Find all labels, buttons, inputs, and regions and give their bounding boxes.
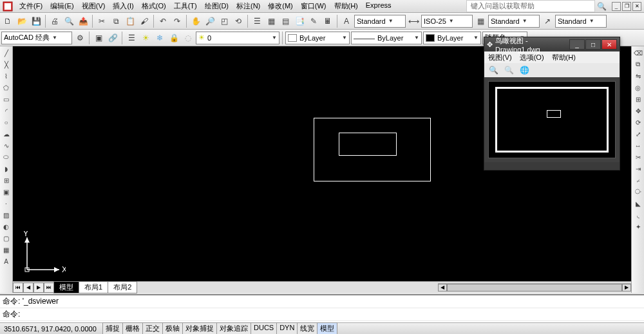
tool-palette-icon[interactable]: ▤ [279,15,292,28]
mode-grid[interactable]: 栅格 [122,322,143,334]
join-icon[interactable]: ⧂ [633,187,643,197]
help-search-input[interactable]: 键入问题以获取帮助 [466,0,595,12]
aerial-zoomout-icon[interactable]: 🔍 [502,64,515,77]
menu-draw[interactable]: 绘图(D) [201,0,232,12]
aerial-view-rect[interactable] [547,110,561,118]
menu-insert[interactable]: 插入(I) [109,0,137,12]
calc-icon[interactable]: 🖩 [321,15,334,28]
mode-model[interactable]: 模型 [317,322,337,334]
tab-layout1[interactable]: 布局1 [79,281,108,293]
ellipse-arc-icon[interactable]: ◗ [1,163,12,174]
table-icon[interactable]: ▦ [1,245,12,255]
menu-format[interactable]: 格式(O) [138,0,170,12]
print-icon[interactable]: 🖨 [48,15,61,28]
mleader-style-dropdown[interactable]: Standard▼ [555,15,607,28]
ellipse-icon[interactable]: ⬭ [1,152,12,162]
aerial-minimize-icon[interactable]: _ [569,39,585,50]
new-icon[interactable]: 🗋 [1,15,14,28]
extend-icon[interactable]: ⇥ [633,163,643,174]
sheet-set-icon[interactable]: 📑 [293,15,306,28]
offset-icon[interactable]: ◎ [633,82,643,93]
revcloud-icon[interactable]: ☁ [1,129,12,139]
tab-prev-icon[interactable]: ◀ [23,283,33,293]
mode-polar[interactable]: 极轴 [162,322,183,334]
break-icon[interactable]: ⌿ [633,175,643,185]
fillet-icon[interactable]: ◟ [633,210,643,220]
stretch-icon[interactable]: ↔ [633,140,643,151]
insert-block-icon[interactable]: ⊞ [1,175,12,185]
make-block-icon[interactable]: ▣ [1,187,12,197]
table-style-dropdown[interactable]: Standard▼ [488,15,540,28]
mode-lwt[interactable]: 线宽 [297,322,317,334]
menu-modify[interactable]: 修改(M) [264,0,297,12]
help-search-icon[interactable]: 🔍 [595,0,608,13]
tab-model[interactable]: 模型 [53,281,79,293]
design-center-icon[interactable]: ▦ [265,15,278,28]
pline-icon[interactable]: ⌇ [1,71,12,81]
tab-last-icon[interactable]: ⏭ [44,283,54,293]
tab-next-icon[interactable]: ▶ [33,283,44,293]
zoom-prev-icon[interactable]: ⟲ [232,15,245,28]
aerial-canvas[interactable] [488,81,616,158]
aerial-menu-view[interactable]: 视图(V) [484,52,516,63]
block-editor-icon[interactable]: ▣ [92,32,105,44]
open-icon[interactable]: 📂 [15,15,28,28]
plot-preview-icon[interactable]: 🔍 [62,15,75,28]
text-style-dropdown[interactable]: Standard▼ [354,15,406,28]
menu-window[interactable]: 窗口(W) [297,0,330,12]
array-icon[interactable]: ⊞ [633,94,643,104]
dim-style-dropdown[interactable]: ISO-25▼ [421,15,473,28]
trim-icon[interactable]: ✂ [633,152,643,162]
lineweight-dropdown[interactable]: ByLayer▼ [423,32,481,44]
aerial-menu-options[interactable]: 选项(O) [516,52,548,63]
workspace-settings-icon[interactable]: ⚙ [73,32,86,44]
mode-ortho[interactable]: 正交 [142,322,163,334]
linetype-dropdown[interactable]: ——— ByLayer▼ [351,32,422,44]
rotate-icon[interactable]: ⟳ [633,117,643,127]
mode-dyn[interactable]: DYN [276,322,298,334]
aerial-close-icon[interactable]: ✕ [601,39,617,50]
mode-osnap[interactable]: 对象捕捉 [182,322,217,334]
circle-icon[interactable]: ○ [1,117,12,127]
menu-view[interactable]: 视图(V) [78,0,109,12]
point-icon[interactable]: · [1,198,12,209]
tab-first-icon[interactable]: ⏮ [13,283,23,293]
doc-close-icon[interactable]: ✕ [632,2,641,11]
copy-icon[interactable]: ⧉ [109,15,122,28]
doc-restore-icon[interactable]: ❐ [622,2,631,11]
layer-off-icon[interactable]: ◌ [182,32,194,44]
aerial-menu-help[interactable]: 帮助(H) [548,52,580,63]
menu-edit[interactable]: 编辑(E) [46,0,78,12]
hscroll-right-icon[interactable]: ▶ [622,284,631,292]
copy-obj-icon[interactable]: ⧉ [633,59,643,70]
save-icon[interactable]: 💾 [30,15,43,28]
layer-lock-icon[interactable]: 🔒 [167,32,180,44]
table-style-icon[interactable]: ▦ [474,15,487,28]
xline-icon[interactable]: ╳ [1,59,12,70]
scale-icon[interactable]: ⤢ [633,129,643,139]
chamfer-icon[interactable]: ◣ [633,198,643,209]
move-icon[interactable]: ✥ [633,106,643,116]
arc-icon[interactable]: ◜ [1,106,12,116]
aerial-maximize-icon[interactable]: □ [585,39,601,50]
mleader-style-icon[interactable]: ↗ [541,15,554,28]
erase-icon[interactable]: ⌫ [633,48,643,58]
menu-dim[interactable]: 标注(N) [232,0,264,12]
layer-states-icon[interactable]: ☀ [139,32,152,44]
polygon-icon[interactable]: ⬠ [1,82,12,93]
mode-snap[interactable]: 捕捉 [102,322,123,334]
menu-file[interactable]: 文件(F) [15,0,46,12]
menu-tools[interactable]: 工具(T) [170,0,201,12]
region-icon[interactable]: ▢ [1,233,12,243]
pan-icon[interactable]: ✋ [189,15,202,28]
publish-icon[interactable]: 📤 [77,15,90,28]
match-prop-icon[interactable]: 🖌 [138,15,151,28]
dim-style-icon[interactable]: ⟷ [407,15,420,28]
xref-icon[interactable]: 🔗 [106,32,119,44]
menu-express[interactable]: Express [362,0,395,12]
menu-help[interactable]: 帮助(H) [330,0,362,12]
line-icon[interactable]: ╱ [1,48,12,58]
coordinates-display[interactable]: 3510.6571, 917.0420, 0.0000 [0,325,103,333]
text-style-icon[interactable]: A [340,15,353,28]
hatch-icon[interactable]: ▨ [1,210,12,220]
